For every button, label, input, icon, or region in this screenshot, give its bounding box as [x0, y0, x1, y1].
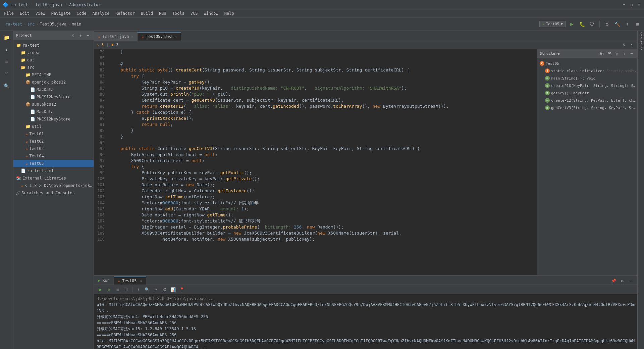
- tree-item-.idea[interactable]: 📁.idea: [13, 49, 94, 56]
- line-content[interactable]: PublicKey publicKey = keyPair.getPublic(…: [107, 170, 537, 176]
- build-button[interactable]: 🔨: [613, 20, 621, 28]
- line-content[interactable]: @: [107, 61, 537, 67]
- tree-item-<1.8>d:\developments\jdk\jdk1.8...[interactable]: ☕< 1.8 > D:\developments\jdk\jdk1.8...: [13, 182, 94, 189]
- line-content[interactable]: KeyPair keyPair = getKey();: [107, 79, 537, 85]
- line-content[interactable]: BigInteger serial = BigInteger.probableP…: [107, 224, 537, 230]
- line-content[interactable]: Calendar rightNow = Calendar.getInstance…: [107, 188, 537, 194]
- tree-item-meta-inf[interactable]: 📁META-INF: [13, 71, 94, 79]
- terminal-button[interactable]: ⊞: [633, 20, 641, 28]
- run-with-coverage-button[interactable]: 🛡: [588, 20, 596, 28]
- struct-item-0[interactable]: CTest05: [537, 60, 637, 67]
- resume-icon[interactable]: ⏸: [123, 286, 130, 293]
- menu-item-refactor[interactable]: Refactor: [113, 10, 138, 16]
- menu-item-window[interactable]: Window: [201, 10, 221, 16]
- tree-item-macdata[interactable]: 📄MacData: [13, 108, 94, 115]
- tab-test04[interactable]: ☕ Test04.java ✕: [94, 32, 138, 41]
- menu-item-view[interactable]: View: [33, 10, 48, 16]
- line-content[interactable]: ByteArrayInputStream bout = null;: [107, 152, 537, 158]
- line-content[interactable]: public static byte[] createCert(String p…: [107, 67, 537, 73]
- structure-icon[interactable]: ≡: [1, 56, 12, 67]
- tree-item-util[interactable]: 📁util: [13, 123, 94, 130]
- tree-item-test01[interactable]: ☕Test01: [13, 130, 94, 138]
- project-expand-icon[interactable]: +: [77, 33, 84, 39]
- menu-item-edit[interactable]: Edit: [17, 10, 32, 16]
- menu-item-tools[interactable]: Tools: [170, 10, 187, 16]
- tree-item-out[interactable]: 📁out: [13, 56, 94, 64]
- tree-item-src[interactable]: 📂src: [13, 64, 94, 71]
- menu-item-build[interactable]: Build: [138, 10, 156, 16]
- close-button[interactable]: ✕: [637, 2, 641, 7]
- project-icon[interactable]: 📁: [1, 32, 12, 43]
- struct-item-4[interactable]: mgetKey(): KeyPair: [537, 89, 637, 97]
- tree-item-openjdk.pkcs12[interactable]: 📦openjdk.pkcs12: [13, 79, 94, 86]
- run-config-dropdown[interactable]: ☕ Test05 ▼: [539, 21, 566, 27]
- line-content[interactable]: PrivateKey privateKey = keyPair.getPriva…: [107, 176, 537, 182]
- structure-settings-icon[interactable]: ⚙: [614, 51, 620, 57]
- tab-test05[interactable]: ☕ Test05.java ✕: [138, 32, 181, 41]
- pin-icon[interactable]: 📌: [610, 277, 617, 285]
- settings-run-icon[interactable]: ⚙: [619, 277, 626, 285]
- line-content[interactable]: X509Certificate cert = null;: [107, 158, 537, 164]
- settings-button[interactable]: ⚙: [603, 20, 611, 28]
- line-content[interactable]: } catch (Exception e) {: [107, 109, 537, 115]
- line-content[interactable]: public static Certificate genCertV3(Stri…: [107, 146, 537, 152]
- run-again-button[interactable]: ▶: [97, 286, 104, 293]
- line-content[interactable]: rightNow.add(Calendar.YEAR, amount: 1);: [107, 206, 537, 212]
- tree-item-macdata[interactable]: 📄MacData: [13, 86, 94, 93]
- structure-alphabetical-icon[interactable]: A↓: [599, 51, 605, 57]
- tree-item-scratchesandconsoles[interactable]: 🖊Scratches and Consoles: [13, 189, 94, 197]
- line-content[interactable]: Certificate cert = genCertV3(issuerStr, …: [107, 97, 537, 103]
- code-editor[interactable]: 79 }8081 @82 public static byte[] create…: [94, 49, 537, 275]
- line-content[interactable]: return createP12( alias: "alias", keyPai…: [107, 103, 537, 109]
- line-content[interactable]: System.out.println("p10: " + p10);: [107, 91, 537, 97]
- line-content[interactable]: X509v3CertificateBuilder builder = new J…: [107, 230, 537, 236]
- breadcrumb-project[interactable]: ra-test: [5, 22, 22, 27]
- tree-item-pkcs12keystore[interactable]: 📄PKCS12KeyStore: [13, 115, 94, 123]
- breadcrumb-module[interactable]: src: [28, 22, 35, 27]
- tree-item-test05[interactable]: ☕Test05: [13, 160, 94, 167]
- breadcrumb-file1[interactable]: Test05.java: [40, 22, 66, 27]
- line-content[interactable]: [107, 140, 537, 146]
- breadcrumb-file2[interactable]: main: [71, 22, 81, 27]
- tree-item-sun.pkcs12[interactable]: 📦sun.pkcs12: [13, 101, 94, 108]
- structure-visibility-icon[interactable]: 👁: [606, 51, 612, 57]
- scroll-to-end-icon[interactable]: ⬇: [135, 286, 142, 293]
- struct-item-1[interactable]: Sstatic class initializer Security.addPr…: [537, 67, 637, 74]
- struct-item-5[interactable]: mcreateP12(String, KeyPair, byte[], char…: [537, 97, 637, 104]
- line-content[interactable]: try {: [107, 164, 537, 170]
- analyze-icon[interactable]: 📊: [169, 286, 177, 293]
- line-content[interactable]: Date notAfter = rightNow.getTime();: [107, 212, 537, 218]
- structure-close-icon[interactable]: —: [629, 51, 635, 57]
- structure-vertical-label[interactable]: Structure: [638, 32, 644, 50]
- stop-icon[interactable]: ■: [114, 286, 121, 293]
- menu-item-code[interactable]: Code: [74, 10, 89, 16]
- project-settings-icon[interactable]: ⚙: [70, 33, 76, 39]
- minimize-button[interactable]: ─: [622, 2, 627, 7]
- line-content[interactable]: Date notBefore = new Date();: [107, 182, 537, 188]
- menu-item-vcs[interactable]: VCS: [188, 10, 201, 16]
- menu-item-analyze[interactable]: Analyze: [90, 10, 112, 16]
- tree-item-test04[interactable]: ☕Test04: [13, 152, 94, 160]
- filter-icon[interactable]: 🔍: [143, 286, 151, 293]
- project-close-icon[interactable]: —: [85, 33, 91, 39]
- tab-test04-close[interactable]: ✕: [131, 35, 133, 38]
- line-content[interactable]: rightNow.setTime(notBefore);: [107, 194, 537, 200]
- menu-item-file[interactable]: File: [1, 10, 16, 16]
- favorites-icon[interactable]: ♡: [1, 68, 12, 79]
- line-content[interactable]: return null;: [107, 121, 537, 128]
- menu-item-navigate[interactable]: Navigate: [49, 10, 73, 16]
- bottom-tab-run[interactable]: ▶ Run: [94, 277, 114, 285]
- tree-item-ra-test[interactable]: 📁ra-test: [13, 42, 94, 49]
- line-content[interactable]: notBefore, notAfter, new X500Name(subjec…: [107, 236, 537, 242]
- close-bottom-icon[interactable]: —: [627, 277, 635, 285]
- line-content[interactable]: "color:#808080;font-style:italic">// 证书序…: [107, 218, 537, 224]
- struct-item-2[interactable]: mmain(String[]): void: [537, 74, 637, 82]
- warnings-expand-icon[interactable]: ∧: [629, 42, 635, 48]
- bottom-tab-test05[interactable]: ☕ Test05 ✕: [114, 277, 146, 285]
- line-content[interactable]: "color:#808080;font-style:italic">// 日期加…: [107, 200, 537, 206]
- line-content[interactable]: String p10 = createP10(keyPair, distingu…: [107, 85, 537, 91]
- vcs-button[interactable]: ⬆: [623, 20, 631, 28]
- pin-run-icon[interactable]: 📍: [178, 286, 185, 293]
- maximize-button[interactable]: □: [629, 2, 634, 7]
- line-content[interactable]: }: [107, 134, 537, 140]
